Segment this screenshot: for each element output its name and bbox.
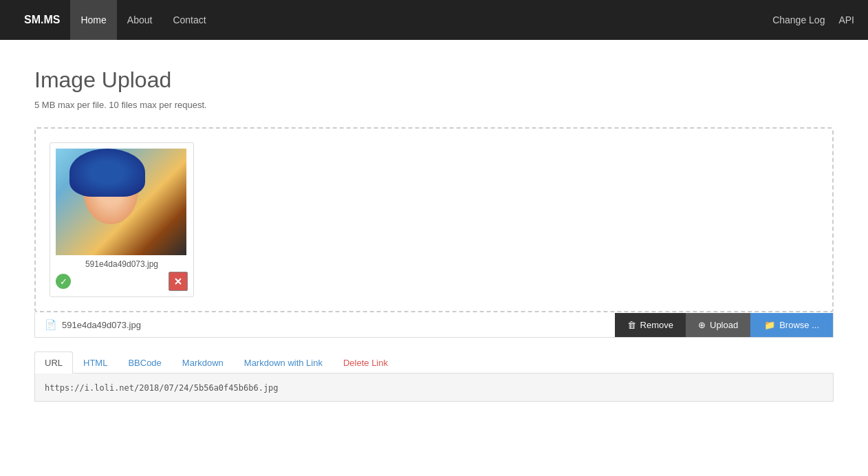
upload-label: Upload bbox=[710, 320, 738, 330]
file-bar-actions: 🗑 Remove ⊕ Upload 📁 Browse ... bbox=[615, 313, 833, 337]
trash-icon: 🗑 bbox=[627, 320, 636, 330]
page-title: Image Upload bbox=[34, 67, 834, 93]
remove-label: Remove bbox=[640, 320, 673, 330]
nav-right: Change Log API bbox=[772, 14, 854, 25]
tab-markdown-link[interactable]: Markdown with Link bbox=[234, 351, 333, 374]
file-bar-name: 📄 591e4da49d073.jpg bbox=[35, 312, 615, 337]
delete-thumb-button[interactable] bbox=[169, 272, 188, 291]
main-content: Image Upload 5 MB max per file. 10 files… bbox=[0, 40, 868, 429]
tab-bar: URL HTML BBCode Markdown Markdown with L… bbox=[34, 351, 834, 374]
nav-contact[interactable]: Contact bbox=[162, 0, 216, 40]
url-output bbox=[34, 374, 834, 402]
browse-label: Browse ... bbox=[779, 320, 819, 330]
file-icon: 📄 bbox=[45, 319, 56, 330]
tab-bbcode[interactable]: BBCode bbox=[118, 351, 171, 374]
file-bar: 📄 591e4da49d073.jpg 🗑 Remove ⊕ Upload 📁 … bbox=[34, 312, 834, 338]
upload-icon: ⊕ bbox=[698, 320, 706, 330]
url-input[interactable] bbox=[45, 383, 823, 393]
nav-home[interactable]: Home bbox=[70, 0, 116, 40]
tab-url[interactable]: URL bbox=[34, 351, 73, 374]
navbar: SM.MS Home About Contact Change Log API bbox=[0, 0, 868, 40]
image-preview bbox=[56, 149, 186, 255]
remove-button[interactable]: 🗑 Remove bbox=[615, 313, 686, 337]
page-subtitle: 5 MB max per file. 10 files max per requ… bbox=[34, 100, 834, 110]
file-name-label: 591e4da49d073.jpg bbox=[62, 320, 141, 330]
thumbnail-card: 591e4da49d073.jpg ✓ bbox=[50, 142, 194, 297]
folder-icon: 📁 bbox=[764, 320, 775, 330]
thumb-footer: ✓ bbox=[56, 272, 188, 291]
nav-about[interactable]: About bbox=[117, 0, 163, 40]
drop-zone[interactable]: 591e4da49d073.jpg ✓ bbox=[34, 127, 834, 312]
brand-logo[interactable]: SM.MS bbox=[14, 14, 70, 26]
tab-markdown[interactable]: Markdown bbox=[172, 351, 234, 374]
nav-links: Home About Contact bbox=[70, 0, 772, 40]
tab-delete-link[interactable]: Delete Link bbox=[333, 351, 398, 374]
nav-api[interactable]: API bbox=[838, 14, 854, 25]
tab-html[interactable]: HTML bbox=[73, 351, 118, 374]
browse-button[interactable]: 📁 Browse ... bbox=[750, 313, 833, 337]
upload-button[interactable]: ⊕ Upload bbox=[686, 313, 750, 337]
nav-changelog[interactable]: Change Log bbox=[772, 14, 825, 25]
thumb-filename: 591e4da49d073.jpg bbox=[56, 259, 188, 269]
success-icon: ✓ bbox=[56, 274, 71, 289]
